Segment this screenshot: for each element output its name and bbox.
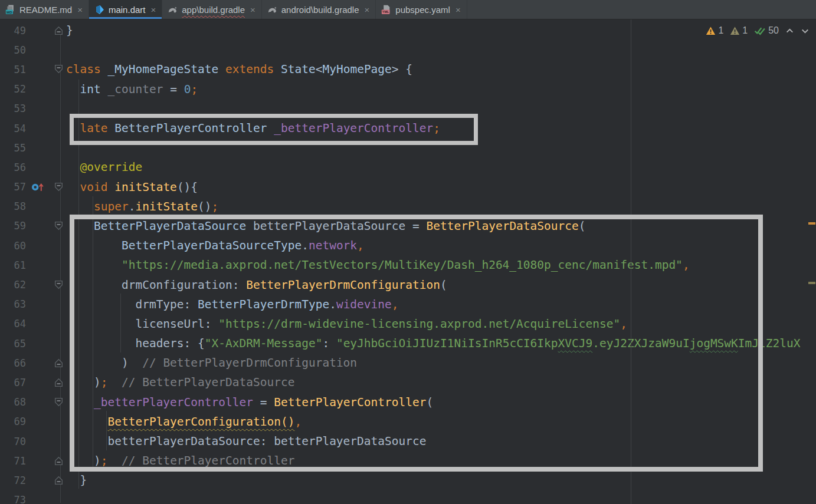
code-text[interactable]: ); // BetterPlayerController xyxy=(66,454,294,467)
code-text[interactable]: int _counter = 0; xyxy=(66,83,198,96)
code-text[interactable]: class _MyHomePageState extends State<MyH… xyxy=(66,62,412,76)
code-fold-toggle-icon[interactable] xyxy=(51,25,66,35)
code-line-68[interactable]: 68 _betterPlayerController = BetterPlaye… xyxy=(0,393,816,412)
tab-app-build.gradle[interactable]: app\build.gradle× xyxy=(162,0,262,19)
code-line-70[interactable]: 70 betterPlayerDataSource: betterPlayerD… xyxy=(0,431,816,451)
code-line-55[interactable]: 55 xyxy=(0,138,816,157)
code-fold-toggle-icon[interactable] xyxy=(51,280,66,290)
code-line-62[interactable]: 62 drmConfiguration: BetterPlayerDrmConf… xyxy=(0,275,816,294)
code-text[interactable]: } xyxy=(66,473,87,487)
gutter-line-number[interactable]: 63 xyxy=(0,298,26,310)
gutter-line-number[interactable]: 58 xyxy=(0,200,26,212)
previous-problem-button[interactable] xyxy=(784,25,796,37)
code-line-53[interactable]: 53 xyxy=(0,99,816,118)
gutter-line-number[interactable]: 49 xyxy=(0,25,26,37)
code-fold-toggle-icon[interactable] xyxy=(51,475,66,485)
code-line-49[interactable]: 49} xyxy=(0,21,816,40)
gutter-line-number[interactable]: 72 xyxy=(0,475,26,486)
code-line-50[interactable]: 50 xyxy=(0,40,816,60)
gutter-line-number[interactable]: 59 xyxy=(0,220,26,232)
code-fold-toggle-icon[interactable] xyxy=(51,64,66,74)
code-line-65[interactable]: 65 headers: {"X-AxDRM-Message": "eyJhbGc… xyxy=(0,334,816,353)
code-line-63[interactable]: 63 drmType: BetterPlayerDrmType.widevine… xyxy=(0,295,816,314)
gutter-line-number[interactable]: 66 xyxy=(0,357,26,369)
code-text[interactable]: void initState(){ xyxy=(66,180,198,194)
code-line-54[interactable]: 54 late BetterPlayerController _betterPl… xyxy=(0,118,816,138)
gutter-line-number[interactable]: 73 xyxy=(0,494,26,504)
gutter-line-number[interactable]: 70 xyxy=(0,436,26,447)
code-line-66[interactable]: 66 ) // BetterPlayerDrmConfiguration xyxy=(0,353,816,373)
code-fold-toggle-icon[interactable] xyxy=(51,221,66,231)
tab-pubspec.yaml[interactable]: YMLpubspec.yaml× xyxy=(376,0,467,19)
code-line-71[interactable]: 71 ); // BetterPlayerController xyxy=(0,451,816,470)
gutter-line-number[interactable]: 68 xyxy=(0,396,26,408)
code-text[interactable]: late BetterPlayerController _betterPlaye… xyxy=(66,121,440,135)
gutter-line-number[interactable]: 50 xyxy=(0,44,26,56)
code-line-51[interactable]: 51class _MyHomePageState extends State<M… xyxy=(0,60,816,79)
gutter-line-number[interactable]: 52 xyxy=(0,83,26,95)
override-method-indicator[interactable] xyxy=(26,182,51,192)
code-fold-toggle-icon[interactable] xyxy=(51,397,66,407)
code-line-56[interactable]: 56 @override xyxy=(0,157,816,177)
warnings-indicator[interactable]: 1 xyxy=(704,24,725,37)
tab-close-icon[interactable]: × xyxy=(455,5,461,15)
tab-close-icon[interactable]: × xyxy=(150,5,156,15)
code-text[interactable]: drmType: BetterPlayerDrmType.widevine, xyxy=(66,298,399,311)
code-area[interactable]: 49}5051class _MyHomePageState extends St… xyxy=(0,19,816,504)
gutter-line-number[interactable]: 60 xyxy=(0,240,26,252)
scrollbar-warning-mark[interactable] xyxy=(808,222,815,225)
code-line-69[interactable]: 69 BetterPlayerConfiguration(), xyxy=(0,412,816,431)
code-editor[interactable]: 49}5051class _MyHomePageState extends St… xyxy=(0,19,816,504)
code-text[interactable]: betterPlayerDataSource: betterPlayerData… xyxy=(66,434,427,448)
scrollbar-weak-warning-mark[interactable] xyxy=(808,282,815,284)
code-text[interactable]: BetterPlayerConfiguration(), xyxy=(66,415,302,429)
code-text[interactable]: _betterPlayerController = BetterPlayerCo… xyxy=(66,396,433,409)
tab-close-icon[interactable]: × xyxy=(365,5,370,15)
gutter-line-number[interactable]: 71 xyxy=(0,455,26,467)
code-text[interactable]: drmConfiguration: BetterPlayerDrmConfigu… xyxy=(66,278,447,292)
code-line-60[interactable]: 60 BetterPlayerDataSourceType.network, xyxy=(0,236,816,255)
gutter-line-number[interactable]: 56 xyxy=(0,162,26,173)
gutter-line-number[interactable]: 51 xyxy=(0,64,26,75)
code-text[interactable]: ) // BetterPlayerDrmConfiguration xyxy=(66,356,357,370)
code-line-67[interactable]: 67 ); // BetterPlayerDataSource xyxy=(0,373,816,392)
tab-readme.md[interactable]: MDREADME.md× xyxy=(0,0,89,19)
code-line-61[interactable]: 61 "https://media.axprod.net/TestVectors… xyxy=(0,255,816,275)
gutter-line-number[interactable]: 67 xyxy=(0,377,26,388)
gutter-line-number[interactable]: 54 xyxy=(0,123,26,134)
gutter-line-number[interactable]: 62 xyxy=(0,279,26,291)
code-text[interactable]: headers: {"X-AxDRM-Message": "eyJhbGciOi… xyxy=(66,337,801,350)
code-fold-toggle-icon[interactable] xyxy=(51,358,66,368)
gutter-line-number[interactable]: 65 xyxy=(0,338,26,350)
code-line-52[interactable]: 52 int _counter = 0; xyxy=(0,80,816,99)
code-fold-toggle-icon[interactable] xyxy=(51,456,66,466)
gutter-line-number[interactable]: 61 xyxy=(0,259,26,271)
passed-inspections-indicator[interactable]: 50 xyxy=(752,24,781,37)
tab-close-icon[interactable]: × xyxy=(250,5,255,15)
inspections-widget[interactable]: 1 1 50 xyxy=(704,24,811,37)
weak-warnings-indicator[interactable]: 1 xyxy=(728,24,749,37)
code-fold-toggle-icon[interactable] xyxy=(51,182,66,192)
gutter-line-number[interactable]: 55 xyxy=(0,142,26,154)
code-line-72[interactable]: 72 } xyxy=(0,470,816,490)
gutter-line-number[interactable]: 53 xyxy=(0,103,26,114)
code-line-57[interactable]: 57 void initState(){ xyxy=(0,177,816,197)
code-text[interactable]: BetterPlayerDataSource betterPlayerDataS… xyxy=(66,219,586,233)
tab-close-icon[interactable]: × xyxy=(77,5,83,15)
code-text[interactable]: BetterPlayerDataSourceType.network, xyxy=(66,239,364,252)
code-line-64[interactable]: 64 licenseUrl: "https://drm-widevine-lic… xyxy=(0,314,816,334)
gutter-line-number[interactable]: 57 xyxy=(0,181,26,193)
next-problem-button[interactable] xyxy=(799,25,811,37)
code-text[interactable]: } xyxy=(66,24,73,37)
tab-android-build.gradle[interactable]: android\build.gradle× xyxy=(262,0,376,19)
code-line-59[interactable]: 59 BetterPlayerDataSource betterPlayerDa… xyxy=(0,216,816,236)
code-text[interactable]: super.initState(); xyxy=(66,200,218,213)
code-text[interactable]: ); // BetterPlayerDataSource xyxy=(66,375,294,389)
gutter-line-number[interactable]: 69 xyxy=(0,416,26,427)
code-text[interactable]: licenseUrl: "https://drm-widevine-licens… xyxy=(66,317,627,331)
code-line-73[interactable]: 73 xyxy=(0,490,816,504)
code-fold-toggle-icon[interactable] xyxy=(51,377,66,387)
gutter-line-number[interactable]: 64 xyxy=(0,318,26,330)
tab-main.dart[interactable]: main.dart× xyxy=(89,0,162,19)
code-text[interactable]: @override xyxy=(66,160,142,174)
